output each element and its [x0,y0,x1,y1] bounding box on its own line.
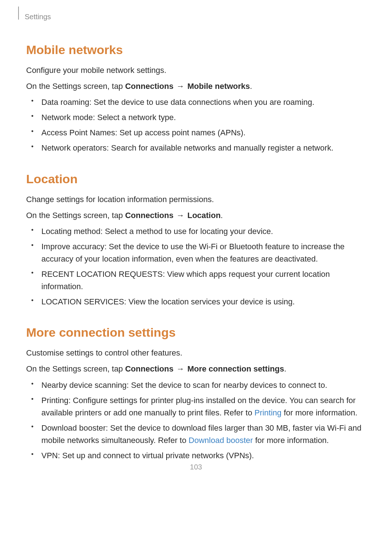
item-desc: : Select a method to use for locating yo… [101,227,273,236]
link-download-booster[interactable]: Download booster [189,436,253,445]
item-desc: : Set the device to scan for nearby devi… [127,381,327,390]
path-more-connection: More connection settings [187,364,284,373]
arrow-icon: → [173,364,187,373]
text: . [250,82,252,91]
heading-location: Location [26,172,366,186]
path-mobile-networks: Mobile networks [187,82,250,91]
item-desc: : Set up and connect to virtual private … [58,451,254,460]
list-item: Printing: Configure settings for printer… [39,394,366,419]
text: On the Settings screen, tap [26,82,125,91]
item-desc: : Set up access point names (APNs). [115,128,246,137]
list-item: Nearby device scanning: Set the device t… [39,379,366,391]
item-desc: : Search for available networks and manu… [107,143,334,152]
page-content: Settings Mobile networks Configure your … [0,0,392,462]
item-name: VPN [41,451,58,460]
item-name: Data roaming [41,98,89,107]
location-intro: Change settings for location information… [26,193,366,206]
list-item: Network mode: Select a network type. [39,111,366,124]
list-item: Network operators: Search for available … [39,142,366,154]
item-desc: : Set the device to use data connections… [89,98,314,107]
text: On the Settings screen, tap [26,211,125,220]
link-printing[interactable]: Printing [254,408,282,417]
more-list: Nearby device scanning: Set the device t… [26,379,366,462]
item-desc: for more information. [282,408,358,417]
more-intro: Customise settings to control other feat… [26,347,366,359]
path-location: Location [187,211,221,220]
arrow-icon: → [173,211,187,220]
mobile-path: On the Settings screen, tap Connections … [26,80,366,93]
location-list: Locating method: Select a method to use … [26,225,366,308]
more-path: On the Settings screen, tap Connections … [26,363,366,375]
text: . [284,364,286,373]
header-label: Settings [25,13,366,21]
list-item: Download booster: Set the device to down… [39,422,366,447]
list-item: Locating method: Select a method to use … [39,225,366,238]
item-name: LOCATION SERVICES [41,297,124,306]
item-desc: : View the location services your device… [124,297,295,306]
path-connections: Connections [125,82,173,91]
list-item: LOCATION SERVICES: View the location ser… [39,296,366,308]
page-number: 103 [0,463,392,471]
item-name: Network mode [41,113,93,122]
header-marker [18,7,19,20]
item-name: Nearby device scanning [41,381,127,390]
item-name: Network operators [41,143,107,152]
item-name: Access Point Names [41,128,115,137]
item-desc: for more information. [253,436,329,445]
item-name: Improve accuracy [41,242,105,251]
list-item: Data roaming: Set the device to use data… [39,96,366,108]
item-name: RECENT LOCATION REQUESTS [41,270,163,279]
list-item: Improve accuracy: Set the device to use … [39,241,366,265]
item-name: Locating method [41,227,101,236]
list-item: RECENT LOCATION REQUESTS: View which app… [39,268,366,293]
mobile-intro: Configure your mobile network settings. [26,64,366,77]
heading-mobile-networks: Mobile networks [26,43,366,57]
path-connections: Connections [125,211,173,220]
text: On the Settings screen, tap [26,364,125,373]
location-path: On the Settings screen, tap Connections … [26,209,366,222]
item-desc: : Select a network type. [93,113,176,122]
heading-more-connection: More connection settings [26,325,366,340]
item-name: Download booster [41,423,106,432]
list-item: VPN: Set up and connect to virtual priva… [39,450,366,462]
list-item: Access Point Names: Set up access point … [39,127,366,139]
item-name: Printing [41,396,69,405]
path-connections: Connections [125,364,173,373]
text: . [221,211,223,220]
arrow-icon: → [173,82,187,91]
mobile-list: Data roaming: Set the device to use data… [26,96,366,154]
